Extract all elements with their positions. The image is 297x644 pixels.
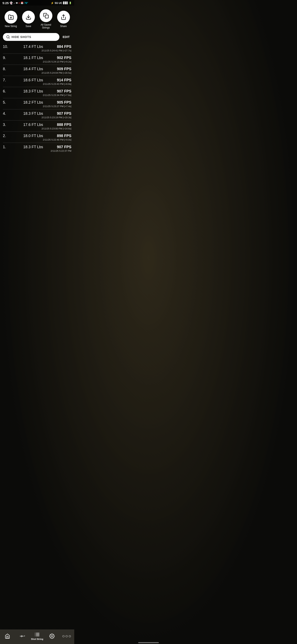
new-string-button[interactable] — [4, 11, 17, 24]
shot-list: 10.17.4 FT Lbs884 FPS2/11/25 5:24:41 PM … — [0, 42, 74, 154]
status-bar: 5:25 👻 ♪ 👁 e 📅 78° ⚡ 5G UC ▋▋▋ 🔋 — [0, 0, 74, 6]
shot-timestamp: 2/11/25 5:24:04 PM [+20.5s] — [3, 72, 71, 74]
shot-row[interactable]: 2.18.0 FT Lbs898 FPS2/11/25 5:22:46 PM [… — [3, 132, 71, 143]
shot-fps: 909 FPS — [57, 67, 71, 71]
shot-fps: 888 FPS — [57, 122, 71, 127]
shot-fps: 884 FPS — [57, 44, 71, 49]
shot-timestamp: 2/11/25 5:22:46 PM [+9.0s] — [3, 138, 71, 141]
tiktok-icon: ♪ — [13, 2, 15, 4]
shot-energy: 18.3 FT Lbs — [9, 145, 57, 149]
shot-number: 3. — [3, 122, 9, 127]
status-right: ⚡ 5G UC ▋▋▋ 🔋 — [51, 2, 72, 4]
shot-row[interactable]: 1.18.3 FT Lbs907 FPS2/11/25 5:22:37 PM — [3, 143, 71, 154]
hide-shots-label: HIDE SHOTS — [11, 35, 31, 38]
shot-timestamp: 2/11/25 5:23:34 PM [+7.6s] — [3, 94, 71, 96]
share-action[interactable]: Share — [57, 11, 70, 28]
shot-row[interactable]: 8.18.4 FT Lbs909 FPS2/11/25 5:24:04 PM [… — [3, 65, 71, 76]
ebay-icon: e — [19, 2, 20, 4]
shot-energy: 18.1 FT Lbs — [9, 56, 57, 60]
shot-fps: 905 FPS — [57, 100, 71, 105]
signal-bars-icon: ▋▋▋ — [63, 2, 68, 4]
shot-timestamp: 2/11/25 5:23:00 PM [+14.6s] — [3, 127, 71, 130]
folder-plus-icon — [8, 14, 14, 20]
status-left: 5:25 👻 ♪ 👁 e 📅 78° — [2, 1, 28, 5]
network-label: 5G UC — [55, 2, 62, 4]
calendar-icon: 📅 — [21, 2, 23, 4]
shot-number: 1. — [3, 145, 9, 149]
all-saved-label: All Saved Strings — [41, 23, 51, 29]
shot-row[interactable]: 4.18.3 FT Lbs907 FPS2/11/25 5:23:19 PM [… — [3, 110, 71, 120]
shot-number: 8. — [3, 67, 9, 71]
shot-timestamp: 2/11/25 5:24:41 PM [+27.7s] — [3, 49, 71, 52]
battery-icon: 🔋 — [69, 2, 72, 4]
shot-energy: 18.0 FT Lbs — [9, 134, 57, 138]
shot-fps: 907 FPS — [57, 89, 71, 94]
shot-number: 4. — [3, 112, 9, 116]
search-row: HIDE SHOTS EDIT — [0, 31, 74, 42]
copy-icon — [43, 13, 49, 18]
shot-timestamp: 2/11/25 5:23:43 PM [+8.8s] — [3, 83, 71, 85]
shot-energy: 18.3 FT Lbs — [9, 112, 57, 116]
shot-number: 7. — [3, 78, 9, 82]
action-row: New String Save All Saved Strings — [0, 6, 74, 31]
shot-number: 9. — [3, 56, 9, 60]
shot-row[interactable]: 9.18.1 FT Lbs902 FPS2/11/25 5:24:13 PM [… — [3, 54, 71, 65]
shot-row[interactable]: 3.17.6 FT Lbs888 FPS2/11/25 5:23:00 PM [… — [3, 120, 71, 132]
shot-energy: 18.6 FT Lbs — [9, 78, 57, 82]
shot-number: 5. — [3, 100, 9, 105]
svg-rect-3 — [45, 15, 48, 18]
share-button[interactable] — [57, 11, 70, 24]
shot-energy: 18.2 FT Lbs — [9, 100, 57, 105]
shot-timestamp: 2/11/25 5:23:19 PM [+19.3s] — [3, 116, 71, 119]
shot-fps: 914 FPS — [57, 78, 71, 82]
svg-line-6 — [9, 38, 9, 38]
shot-fps: 907 FPS — [57, 145, 71, 149]
ghost-icon: 👁 — [16, 2, 18, 4]
shot-row[interactable]: 5.18.2 FT Lbs905 FPS2/11/25 5:23:27 PM [… — [3, 98, 71, 110]
shot-row[interactable]: 10.17.4 FT Lbs884 FPS2/11/25 5:24:41 PM … — [3, 42, 71, 54]
all-saved-action[interactable]: All Saved Strings — [40, 9, 52, 29]
shot-fps: 902 FPS — [57, 56, 71, 60]
shot-timestamp: 2/11/25 5:23:27 PM [+7.4s] — [3, 105, 71, 108]
save-button[interactable] — [22, 11, 35, 24]
bluetooth-icon: ⚡ — [51, 2, 54, 4]
temperature-badge: 78° — [24, 2, 28, 4]
shot-fps: 898 FPS — [57, 134, 71, 138]
save-action[interactable]: Save — [22, 11, 35, 28]
status-time: 5:25 — [2, 1, 9, 5]
shot-number: 10. — [3, 44, 9, 49]
shot-timestamp: 2/11/25 5:24:13 PM [+9.2s] — [3, 60, 71, 63]
share-label: Share — [60, 25, 67, 28]
shot-row[interactable]: 6.18.3 FT Lbs907 FPS2/11/25 5:23:34 PM [… — [3, 87, 71, 98]
shot-energy: 18.4 FT Lbs — [9, 67, 57, 71]
new-string-action[interactable]: New String — [4, 11, 17, 28]
shot-number: 2. — [3, 134, 9, 138]
shot-timestamp: 2/11/25 5:22:37 PM — [3, 150, 71, 152]
save-label: Save — [25, 25, 31, 28]
shot-row[interactable]: 7.18.6 FT Lbs914 FPS2/11/25 5:23:43 PM [… — [3, 76, 71, 87]
share-icon — [61, 14, 66, 20]
all-saved-button[interactable] — [40, 9, 52, 22]
shot-fps: 907 FPS — [57, 112, 71, 116]
snapchat-icon: 👻 — [9, 2, 13, 4]
edit-button[interactable]: EDIT — [61, 34, 71, 40]
new-string-label: New String — [5, 25, 17, 28]
download-icon — [25, 14, 31, 20]
search-icon — [6, 35, 10, 39]
shot-number: 6. — [3, 89, 9, 94]
hide-shots-button[interactable]: HIDE SHOTS — [3, 33, 59, 41]
shot-energy: 17.4 FT Lbs — [9, 44, 57, 49]
shot-energy: 18.3 FT Lbs — [9, 89, 57, 94]
shot-energy: 17.6 FT Lbs — [9, 122, 57, 127]
